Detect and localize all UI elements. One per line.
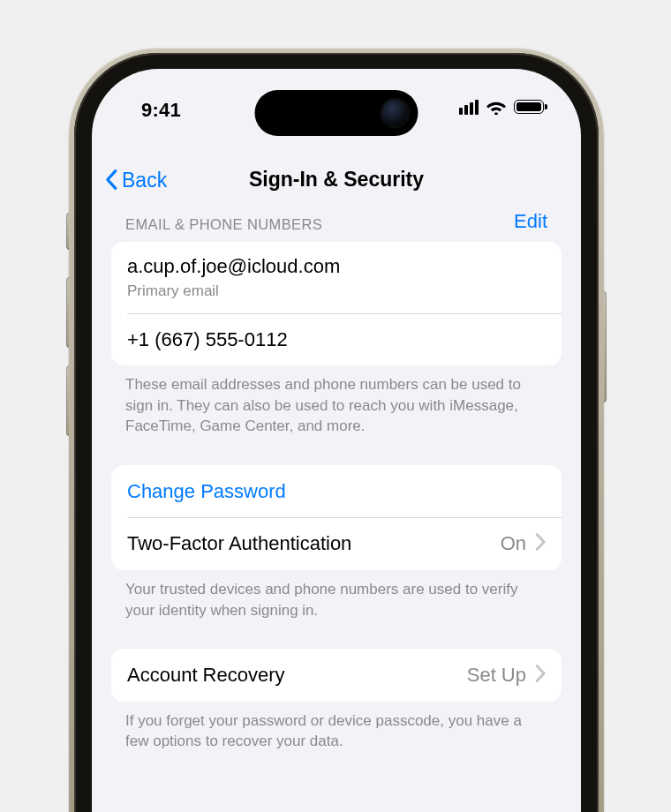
screen: 9:41 Back	[92, 69, 581, 812]
two-factor-value: On	[501, 532, 526, 555]
row-change-password[interactable]: Change Password	[111, 465, 562, 518]
back-label: Back	[122, 168, 167, 192]
content: EMAIL & PHONE NUMBERS Edit a.cup.of.joe@…	[92, 210, 581, 778]
row-phone[interactable]: +1 (667) 555-0112	[111, 313, 562, 366]
chevron-left-icon	[104, 169, 118, 191]
status-bar: 9:41	[92, 69, 581, 139]
change-password-label: Change Password	[127, 478, 546, 505]
account-recovery-value: Set Up	[467, 664, 526, 687]
section-recovery: Account Recovery Set Up If you forget yo…	[111, 649, 562, 752]
two-factor-label: Two-Factor Authentication	[127, 530, 351, 557]
wifi-icon	[486, 99, 507, 115]
cellular-icon	[459, 100, 479, 115]
two-factor-trailing: On	[501, 532, 546, 555]
card-password: Change Password Two-Factor Authenticatio…	[111, 465, 562, 570]
status-right	[459, 99, 544, 115]
row-two-factor[interactable]: Two-Factor Authentication On	[111, 517, 562, 570]
card-email-phone: a.cup.of.joe@icloud.com Primary email +1…	[111, 242, 562, 365]
chevron-right-icon	[535, 533, 546, 554]
card-recovery: Account Recovery Set Up	[111, 649, 562, 702]
edit-button[interactable]: Edit	[514, 210, 547, 233]
section-header-label: EMAIL & PHONE NUMBERS	[125, 216, 322, 233]
section-header: EMAIL & PHONE NUMBERS Edit	[111, 210, 562, 242]
caption-recovery: If you forget your password or device pa…	[111, 702, 562, 752]
chevron-right-icon	[535, 665, 546, 686]
row-primary-email[interactable]: a.cup.of.joe@icloud.com Primary email	[111, 242, 562, 313]
status-time: 9:41	[141, 99, 181, 122]
phone-frame-outer: 9:41 Back	[69, 48, 604, 812]
stage: 9:41 Back	[0, 0, 671, 812]
battery-icon	[514, 100, 544, 114]
row-account-recovery[interactable]: Account Recovery Set Up	[111, 649, 562, 702]
primary-email-value: a.cup.of.joe@icloud.com	[127, 253, 546, 280]
primary-email-subtitle: Primary email	[127, 282, 546, 300]
caption-password: Your trusted devices and phone numbers a…	[111, 570, 562, 620]
phone-frame-inner: 9:41 Back	[74, 53, 599, 812]
account-recovery-trailing: Set Up	[467, 664, 546, 687]
caption-email-phone: These email addresses and phone numbers …	[111, 365, 562, 436]
phone-value: +1 (667) 555-0112	[127, 327, 546, 353]
page-title: Sign-In & Security	[249, 168, 424, 192]
account-recovery-label: Account Recovery	[127, 662, 285, 688]
back-button[interactable]: Back	[104, 168, 167, 192]
section-password: Change Password Two-Factor Authenticatio…	[111, 465, 562, 620]
section-email-phone: EMAIL & PHONE NUMBERS Edit a.cup.of.joe@…	[111, 210, 562, 437]
nav-bar: Back Sign-In & Security	[92, 155, 581, 204]
